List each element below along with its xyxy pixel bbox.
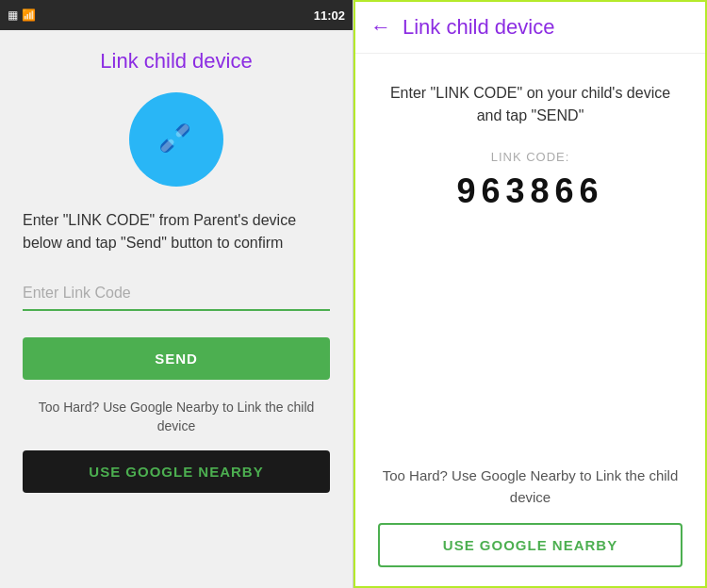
signal-icon: 📶 [22,8,36,22]
wifi-icon: ▦ [8,8,18,22]
right-content: Enter "LINK CODE" on your child's device… [355,54,705,586]
left-page-title: Link child device [100,49,252,74]
right-panel: ← Link child device Enter "LINK CODE" on… [354,0,707,588]
status-icons: ▦ 📶 [8,8,36,22]
right-nearby-text: Too Hard? Use Google Nearby to Link the … [378,466,682,508]
left-panel: ▦ 📶 11:02 Link child device Enter "LINK … [0,0,354,588]
use-google-nearby-button-left[interactable]: USE GOOGLE NEARBY [23,450,330,493]
link-icon-circle [129,92,223,187]
right-header: ← Link child device [355,2,705,54]
left-description: Enter "LINK CODE" from Parent's device b… [23,209,330,254]
back-button[interactable]: ← [370,15,391,40]
left-content: Link child device Enter "LINK CODE" from… [0,30,353,588]
chain-icon [151,114,202,165]
status-time: 11:02 [314,8,345,23]
link-code-input[interactable] [23,277,330,311]
right-page-title: Link child device [403,15,554,40]
link-code-value: 963866 [456,172,603,211]
status-bar: ▦ 📶 11:02 [0,0,353,30]
right-instruction: Enter "LINK CODE" on your child's device… [378,82,682,127]
use-google-nearby-button-right[interactable]: USE GOOGLE NEARBY [378,523,682,567]
left-nearby-text: Too Hard? Use Google Nearby to Link the … [23,399,330,435]
send-button[interactable]: SEND [23,337,330,380]
link-code-label: LINK CODE: [491,150,570,164]
